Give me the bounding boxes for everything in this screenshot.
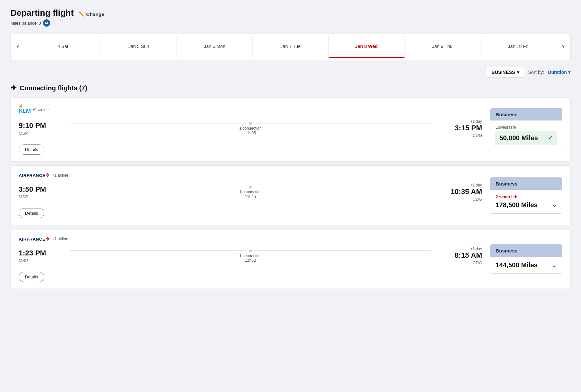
next-date-button[interactable]: › <box>556 33 570 60</box>
depart-airport: MSP <box>19 131 65 136</box>
flight-card-2: AIRFRANCE✈ +1 airline 1:23 PM MSP 1 conn… <box>11 229 570 289</box>
sort-chevron-icon: ▾ <box>568 70 570 75</box>
flight-duration: 11h45 <box>70 194 431 199</box>
sort-dropdown[interactable]: Duration ▾ <box>548 70 570 75</box>
date-tab-3[interactable]: Jan 7 Tue <box>253 36 329 58</box>
connection-line <box>70 250 431 252</box>
fare-body: 2 seats left 178,500 Miles ⌄ <box>490 190 562 213</box>
depart-airport: MSP <box>19 258 65 263</box>
flight-main-0: 👑 KLM +1 airline 9:10 PM MSP <box>19 104 482 155</box>
cabin-selector[interactable]: BUSINESS ▾ <box>487 67 524 78</box>
arrive-time: 3:15 PM <box>436 124 482 132</box>
sort-label: Sort by: <box>528 70 544 75</box>
arrive-time: 10:35 AM <box>436 187 482 196</box>
arrive-airport: CDG <box>436 260 482 265</box>
airline-row: AIRFRANCE✈ +1 airline <box>19 172 482 178</box>
flight-times: 3:50 PM MSP 1 connection 11h45 +1 day <box>19 183 482 202</box>
flights-list: 👑 KLM +1 airline 9:10 PM MSP <box>11 98 570 289</box>
seats-left: 2 seats left <box>496 194 557 199</box>
flight-line-left <box>70 250 246 251</box>
flight-times: 1:23 PM MSP 1 connection 11h52 +1 day <box>19 247 482 265</box>
connection-block: 1 connection 11h05 <box>65 122 436 135</box>
plus-airline: +1 airline <box>33 107 49 112</box>
connection-dot <box>249 250 252 252</box>
depart-block: 9:10 PM MSP <box>19 121 65 136</box>
page-header: Departing flight ✏️ Change Miles balance… <box>11 8 570 27</box>
details-button-2[interactable]: Details <box>19 272 44 282</box>
date-tab-0[interactable]: 4 Sat <box>25 36 101 58</box>
page-title: Departing flight <box>11 8 74 18</box>
airline-logo: AIRFRANCE✈ <box>19 236 50 242</box>
connection-info: 1 connection 11h05 <box>70 126 431 135</box>
fare-body: 144,500 Miles ⌄ <box>490 257 562 273</box>
arrive-airport: CDG <box>436 133 482 138</box>
fare-box-0: Business Lowest fare 50,000 Miles ✓ <box>490 108 562 151</box>
plus-day: +1 day <box>436 119 482 124</box>
prev-date-button[interactable]: ‹ <box>11 33 25 60</box>
depart-time: 1:23 PM <box>19 249 65 257</box>
airline-row: AIRFRANCE✈ +1 airline <box>19 236 482 242</box>
flight-line-left <box>70 187 246 187</box>
sort-value: Duration <box>548 70 567 75</box>
fare-chevron-icon[interactable]: ⌄ <box>552 262 557 269</box>
fare-box-1: Business 2 seats left 178,500 Miles ⌄ <box>490 177 562 214</box>
flight-duration: 11h52 <box>70 258 431 263</box>
fare-chevron-icon[interactable]: ✓ <box>548 134 553 142</box>
arrive-time: 8:15 AM <box>436 251 482 260</box>
fare-cabin-header: Business <box>490 245 562 257</box>
flight-card-1: AIRFRANCE✈ +1 airline 3:50 PM MSP 1 conn… <box>11 165 570 225</box>
date-tab-6[interactable]: Jan 10 Fri <box>480 36 556 58</box>
airline-row: 👑 KLM +1 airline <box>19 104 482 115</box>
connection-dot <box>249 122 252 125</box>
plus-day: +1 day <box>436 247 482 251</box>
fare-miles: 144,500 Miles ⌄ <box>496 261 557 269</box>
miles-icon: M <box>43 19 50 27</box>
flight-card-0: 👑 KLM +1 airline 9:10 PM MSP <box>11 98 570 162</box>
lowest-fare-label: Lowest fare <box>496 125 557 130</box>
connection-info: 1 connection 11h45 <box>70 190 431 199</box>
plus-airline: +1 airline <box>52 173 68 178</box>
plus-day: +1 day <box>436 183 482 187</box>
date-tab-5[interactable]: Jan 9 Thu <box>405 36 480 58</box>
connection-count: 1 connection <box>70 126 431 131</box>
flight-line-right <box>254 123 431 123</box>
details-button-0[interactable]: Details <box>19 144 44 155</box>
flight-line-left <box>70 123 246 123</box>
depart-block: 3:50 PM MSP <box>19 185 65 199</box>
depart-airport: MSP <box>19 194 65 199</box>
change-button[interactable]: ✏️ Change <box>79 11 104 17</box>
chevron-down-icon: ▾ <box>517 70 519 75</box>
flight-main-1: AIRFRANCE✈ +1 airline 3:50 PM MSP 1 conn… <box>19 172 482 218</box>
arrive-block: +1 day 10:35 AM CDG <box>436 183 482 202</box>
connection-dot <box>249 186 252 188</box>
connection-block: 1 connection 11h45 <box>65 186 436 199</box>
pencil-icon: ✏️ <box>79 11 84 17</box>
fare-miles: 178,500 Miles ⌄ <box>496 201 557 209</box>
fare-body: Lowest fare 50,000 Miles ✓ <box>490 120 562 151</box>
airline-logo: AIRFRANCE✈ <box>19 172 50 178</box>
flight-line-right <box>254 187 431 187</box>
section-title: Connecting flights (7) <box>20 84 87 92</box>
date-tab-1[interactable]: Jan 5 Sun <box>101 36 177 58</box>
connection-count: 1 connection <box>70 253 431 258</box>
filters-row: BUSINESS ▾ Sort by: Duration ▾ <box>11 67 570 78</box>
flight-main-2: AIRFRANCE✈ +1 airline 1:23 PM MSP 1 conn… <box>19 236 482 282</box>
flight-times: 9:10 PM MSP 1 connection 11h05 +1 day <box>19 119 482 138</box>
section-heading: ✈ Connecting flights (7) <box>11 84 570 92</box>
fare-box-2: Business 144,500 Miles ⌄ <box>490 244 562 274</box>
fare-cabin-header: Business <box>490 108 562 120</box>
depart-time: 3:50 PM <box>19 185 65 194</box>
date-picker: ‹ 4 SatJan 5 SunJan 6 MonJan 7 TueJan 8 … <box>11 33 570 60</box>
date-tab-2[interactable]: Jan 6 Mon <box>177 36 253 58</box>
connection-count: 1 connection <box>70 190 431 194</box>
details-button-1[interactable]: Details <box>19 208 44 218</box>
connecting-flights-icon: ✈ <box>11 84 16 92</box>
flight-line-right <box>254 250 431 251</box>
fare-chevron-icon[interactable]: ⌄ <box>552 201 557 208</box>
fare-miles: 50,000 Miles ✓ <box>495 131 557 145</box>
fare-cabin-header: Business <box>490 178 562 190</box>
connection-block: 1 connection 11h52 <box>65 250 436 263</box>
depart-block: 1:23 PM MSP <box>19 249 65 263</box>
date-tab-4[interactable]: Jan 8 Wed <box>329 36 405 58</box>
flight-duration: 11h05 <box>70 131 431 135</box>
